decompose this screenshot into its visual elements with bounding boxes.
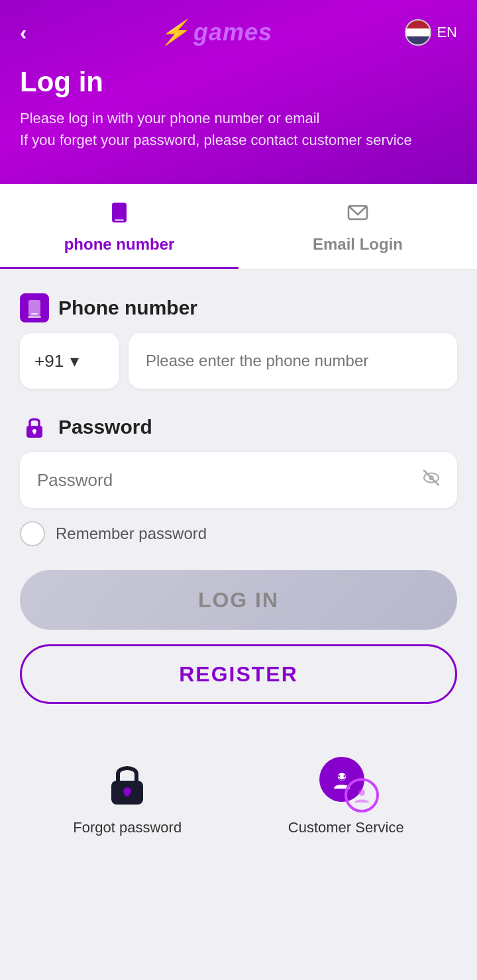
country-code-dropdown[interactable]: +91 ▾ [20,333,119,389]
page-title: Log in [20,66,457,98]
toggle-password-visibility-button[interactable] [421,468,441,493]
phone-label-row: Phone number [20,293,457,322]
svg-rect-13 [125,791,129,797]
phone-number-field-group: Phone number +91 ▾ [20,293,457,389]
password-input[interactable] [20,452,457,508]
password-label-text: Password [58,416,152,438]
phone-label-text: Phone number [58,297,197,319]
flag-icon [405,19,431,46]
forgot-password-link[interactable]: Forgot password [73,757,182,836]
remember-password-label: Remember password [56,524,207,543]
header-top: ‹ ⚡ games EN [20,0,457,66]
password-label-row: Password [20,413,457,442]
bottom-links-section: Forgot password [0,730,477,876]
tab-email-label: Email Login [313,235,403,254]
header-section: ‹ ⚡ games EN Log in Please log in with y… [0,0,477,184]
login-tabs: phone number Email Login [0,184,477,270]
svg-rect-1 [115,219,124,221]
header-subtitle: Please log in with your phone number or … [20,107,457,151]
remember-password-checkbox[interactable] [20,521,45,546]
svg-rect-7 [34,431,36,434]
phone-number-input[interactable] [129,333,457,389]
email-tab-icon [346,201,369,228]
svg-point-19 [358,789,365,796]
forgot-password-label: Forgot password [73,819,182,836]
password-input-wrap [20,452,457,508]
remember-password-row: Remember password [20,521,457,546]
tab-phone-label: phone number [64,235,175,254]
language-label: EN [437,24,457,41]
customer-service-label: Customer Service [288,819,404,836]
logo-text: games [193,19,272,46]
customer-service-link[interactable]: Customer Service [288,757,404,836]
form-area: Phone number +91 ▾ Password [0,270,477,730]
language-button[interactable]: EN [405,19,457,46]
login-button[interactable]: Log in [20,570,457,630]
register-button[interactable]: Register [20,644,457,704]
tab-email-login[interactable]: Email Login [238,184,477,269]
svg-rect-4 [31,313,38,315]
country-code-value: +91 [34,351,64,371]
tab-phone-number[interactable]: phone number [0,184,238,269]
phone-field-icon [20,293,49,322]
lock-icon [20,413,49,442]
svg-point-17 [344,775,346,777]
back-button[interactable]: ‹ [20,22,27,43]
password-field-group: Password Remember password [20,413,457,546]
phone-input-row: +91 ▾ [20,333,457,389]
customer-service-icon [319,757,372,810]
phone-tab-icon [108,201,131,228]
dropdown-chevron-icon: ▾ [70,351,79,371]
logo-icon: ⚡ [160,19,189,46]
logo: ⚡ games [160,19,272,46]
forgot-password-icon [101,757,154,810]
svg-point-16 [339,775,341,777]
